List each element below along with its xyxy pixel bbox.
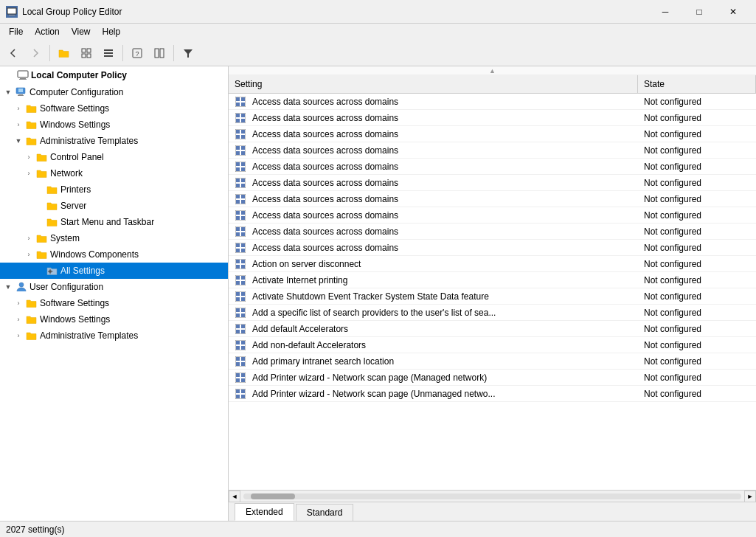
row-setting-text: Access data sources across domains: [248, 129, 638, 139]
list-row[interactable]: Add Printer wizard - Network scan page (…: [229, 370, 756, 386]
uc-admin-folder-icon: [26, 330, 38, 342]
horizontal-scrollbar[interactable]: ◄ ►: [229, 490, 756, 502]
expand-cc-software[interactable]: ›: [13, 103, 24, 114]
tree-node-uc-windows[interactable]: › Windows Settings: [0, 311, 228, 328]
list-row[interactable]: Access data sources across domainsNot co…: [229, 175, 756, 191]
status-text: 2027 setting(s): [6, 524, 64, 535]
show-hide-button[interactable]: [149, 43, 170, 63]
svg-rect-22: [18, 89, 23, 92]
scroll-right-btn[interactable]: ►: [744, 491, 756, 502]
minimize-button[interactable]: ─: [648, 0, 682, 24]
row-state-text: Not configured: [638, 373, 756, 383]
svg-rect-91: [236, 297, 240, 301]
scroll-left-btn[interactable]: ◄: [229, 491, 240, 502]
cc-startmenu-folder-icon: [46, 216, 58, 228]
cc-windows-label: Windows Settings: [40, 119, 110, 130]
svg-rect-13: [155, 49, 159, 58]
expand-cc-network[interactable]: ›: [24, 168, 34, 179]
list-row[interactable]: Access data sources across domainsNot co…: [229, 191, 756, 207]
expand-uc-windows[interactable]: ›: [13, 314, 24, 325]
list-row[interactable]: Activate Shutdown Event Tracker System S…: [229, 288, 756, 305]
svg-rect-21: [18, 95, 24, 96]
tree-node-cc-startmenu[interactable]: Start Menu and Taskbar: [0, 214, 228, 230]
menu-help[interactable]: Help: [97, 25, 127, 38]
svg-rect-48: [241, 151, 245, 155]
show-hide-icon: [154, 48, 164, 58]
back-button[interactable]: [3, 43, 24, 63]
tree-node-cc-network[interactable]: › Network: [0, 165, 228, 181]
menu-view[interactable]: View: [66, 25, 97, 38]
maximize-button[interactable]: □: [682, 0, 716, 24]
policy-icon: [233, 389, 248, 399]
list-view-button[interactable]: [98, 43, 119, 63]
folder-button[interactable]: [54, 43, 74, 63]
cc-network-label: Network: [50, 168, 83, 179]
svg-rect-33: [241, 103, 245, 106]
menu-file[interactable]: File: [3, 25, 29, 38]
help-button[interactable]: ?: [127, 43, 148, 63]
cc-software-folder-icon: [26, 103, 38, 114]
list-row[interactable]: Access data sources across domainsNot co…: [229, 159, 756, 175]
list-row[interactable]: Action on server disconnectNot configure…: [229, 256, 756, 272]
tree-node-cc-windows[interactable]: › Windows Settings: [0, 117, 228, 133]
svg-rect-65: [236, 211, 240, 215]
policy-icon: [233, 291, 248, 302]
tree-node-user-config[interactable]: ▼ User Configuration: [0, 279, 228, 295]
row-setting-text: Add Printer wizard - Network scan page (…: [248, 389, 638, 399]
header-state[interactable]: State: [638, 75, 756, 93]
tab-extended[interactable]: Extended: [235, 503, 294, 521]
cc-server-folder-icon: [46, 200, 58, 212]
svg-rect-103: [241, 330, 245, 333]
expand-cc-system[interactable]: ›: [24, 233, 34, 243]
list-row[interactable]: Access data sources across domainsNot co…: [229, 240, 756, 256]
row-setting-text: Activate Shutdown Event Tracker System S…: [248, 291, 638, 302]
tree-node-cc-printers[interactable]: Printers: [0, 181, 228, 198]
expand-cc-admin[interactable]: ▼: [13, 136, 24, 146]
close-button[interactable]: ✕: [716, 0, 750, 24]
tree-root[interactable]: Local Computer Policy: [0, 66, 228, 84]
list-row[interactable]: Access data sources across domainsNot co…: [229, 94, 756, 110]
list-row[interactable]: Add a specific list of search providers …: [229, 305, 756, 321]
list-row[interactable]: Access data sources across domainsNot co…: [229, 207, 756, 224]
scrollbar-thumb[interactable]: [251, 493, 295, 499]
list-row[interactable]: Access data sources across domainsNot co…: [229, 110, 756, 126]
svg-rect-77: [241, 243, 245, 247]
expand-uc-admin[interactable]: ›: [13, 330, 24, 341]
row-state-text: Not configured: [638, 145, 756, 156]
grid-view-button[interactable]: [76, 43, 97, 63]
tree-node-cc-server[interactable]: Server: [0, 198, 228, 214]
tree-node-cc-software[interactable]: › Software Settings: [0, 100, 228, 117]
svg-rect-90: [236, 292, 240, 296]
expand-cc-wincomp[interactable]: ›: [24, 249, 34, 260]
expand-cc-windows[interactable]: ›: [13, 119, 24, 130]
list-row[interactable]: Add non-default AcceleratorsNot configur…: [229, 337, 756, 353]
list-row[interactable]: Access data sources across domainsNot co…: [229, 126, 756, 142]
list-row[interactable]: Add default AcceleratorsNot configured: [229, 321, 756, 337]
tree-node-uc-software[interactable]: › Software Settings: [0, 295, 228, 311]
list-row[interactable]: Access data sources across domainsNot co…: [229, 224, 756, 240]
row-state-text: Not configured: [638, 308, 756, 318]
filter-button[interactable]: [178, 43, 198, 63]
menu-action[interactable]: Action: [29, 25, 65, 38]
svg-rect-68: [241, 216, 245, 220]
row-state-text: Not configured: [638, 243, 756, 253]
expand-computer-config[interactable]: ▼: [3, 87, 13, 97]
svg-rect-37: [241, 114, 245, 117]
tree-node-uc-admin[interactable]: › Administrative Templates: [0, 328, 228, 344]
tree-node-cc-admin[interactable]: ▼ Administrative Templates: [0, 133, 228, 149]
forward-button[interactable]: [25, 43, 46, 63]
tree-node-cc-wincomp[interactable]: › Windows Components: [0, 246, 228, 263]
expand-uc-software[interactable]: ›: [13, 298, 24, 308]
tree-node-computer-config[interactable]: ▼ Computer Configuration: [0, 84, 228, 100]
expand-cc-control[interactable]: ›: [24, 152, 34, 162]
tab-standard[interactable]: Standard: [296, 504, 354, 521]
list-row[interactable]: Add Printer wizard - Network scan page (…: [229, 386, 756, 402]
tree-node-cc-control[interactable]: › Control Panel: [0, 149, 228, 165]
list-row[interactable]: Add primary intranet search locationNot …: [229, 353, 756, 370]
list-row[interactable]: Activate Internet printingNot configured: [229, 272, 756, 288]
list-row[interactable]: Access data sources across domainsNot co…: [229, 142, 756, 159]
expand-user-config[interactable]: ▼: [3, 282, 13, 292]
tree-node-cc-allsettings[interactable]: All Settings: [0, 263, 228, 279]
header-setting[interactable]: Setting: [229, 75, 638, 93]
tree-node-cc-system[interactable]: › System: [0, 230, 228, 246]
